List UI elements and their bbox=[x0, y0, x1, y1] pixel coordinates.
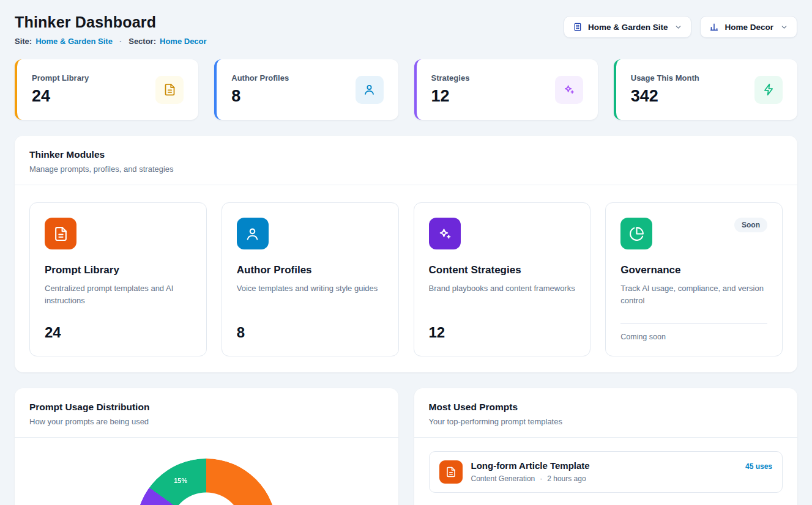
stat-text: Usage This Month 342 bbox=[631, 73, 699, 106]
prompt-meta: Content Generation · 2 hours ago bbox=[471, 474, 737, 483]
module-description: Centralized prompt templates and AI inst… bbox=[45, 282, 192, 307]
modules-section: Thinker Modules Manage prompts, profiles… bbox=[15, 136, 797, 372]
module-count: 8 bbox=[237, 314, 384, 341]
site-label: Site: bbox=[15, 37, 32, 46]
prompt-list: Long-form Article Template Content Gener… bbox=[414, 438, 798, 505]
prompt-category: Content Generation bbox=[471, 474, 535, 483]
stats-row: Prompt Library 24 Author Profiles 8 Stra… bbox=[15, 59, 797, 120]
modules-header: Thinker Modules Manage prompts, profiles… bbox=[15, 136, 797, 185]
breadcrumb-separator: · bbox=[119, 37, 122, 46]
stat-card-author-profiles: Author Profiles 8 bbox=[214, 59, 398, 120]
building-icon bbox=[573, 22, 583, 32]
donut-segment-label: 15% bbox=[174, 477, 187, 484]
prompt-info: Long-form Article Template Content Gener… bbox=[471, 460, 737, 483]
sector-link[interactable]: Home Decor bbox=[160, 37, 207, 46]
modules-grid: Prompt Library Centralized prompt templa… bbox=[15, 185, 797, 372]
breadcrumb: Site: Home & Garden Site · Sector: Home … bbox=[15, 37, 207, 46]
stat-value: 342 bbox=[631, 87, 699, 106]
most-used-header: Most Used Prompts Your top-performing pr… bbox=[414, 388, 798, 437]
most-used-subtitle: Your top-performing prompt templates bbox=[429, 417, 783, 426]
module-title: Content Strategies bbox=[429, 264, 576, 276]
stat-label: Strategies bbox=[431, 73, 470, 83]
module-top: Soon bbox=[620, 218, 767, 249]
pie-chart-icon bbox=[620, 218, 652, 249]
list-item-prompt[interactable]: Long-form Article Template Content Gener… bbox=[429, 451, 783, 493]
module-count: 24 bbox=[45, 314, 192, 341]
site-selector-dropdown[interactable]: Home & Garden Site bbox=[564, 16, 692, 38]
document-icon bbox=[45, 218, 76, 249]
stat-text: Strategies 12 bbox=[431, 73, 470, 106]
chart-area: 15% bbox=[15, 459, 398, 505]
header-selectors: Home & Garden Site Home Decor bbox=[564, 16, 797, 38]
bottom-row: Prompt Usage Distribution How your promp… bbox=[15, 388, 797, 505]
prompt-time: 2 hours ago bbox=[547, 474, 586, 483]
prompt-uses-badge: 45 uses bbox=[745, 462, 772, 471]
module-count: 12 bbox=[429, 314, 576, 341]
stat-label: Author Profiles bbox=[231, 73, 289, 83]
bar-chart-icon bbox=[709, 22, 719, 32]
chevron-down-icon bbox=[674, 23, 682, 31]
module-card-prompt-library[interactable]: Prompt Library Centralized prompt templa… bbox=[29, 202, 207, 356]
module-top bbox=[429, 218, 576, 249]
soon-badge: Soon bbox=[734, 218, 767, 232]
usage-title: Prompt Usage Distribution bbox=[29, 402, 384, 413]
user-icon bbox=[237, 218, 269, 249]
usage-subtitle: How your prompts are being used bbox=[29, 417, 384, 426]
meta-separator: · bbox=[540, 474, 542, 483]
stat-value: 24 bbox=[32, 87, 89, 106]
module-coming-soon: Coming soon bbox=[620, 323, 767, 341]
stat-card-prompt-library: Prompt Library 24 bbox=[15, 59, 198, 120]
stat-label: Prompt Library bbox=[32, 73, 89, 83]
sparkles-icon bbox=[555, 76, 583, 104]
stat-card-strategies: Strategies 12 bbox=[414, 59, 598, 120]
module-title: Prompt Library bbox=[45, 264, 192, 276]
dashboard-page: Thinker Dashboard Site: Home & Garden Si… bbox=[0, 0, 812, 505]
divider bbox=[15, 437, 398, 438]
modules-subtitle: Manage prompts, profiles, and strategies bbox=[29, 164, 783, 174]
chevron-down-icon bbox=[780, 23, 788, 31]
stat-text: Prompt Library 24 bbox=[32, 73, 89, 106]
header: Thinker Dashboard Site: Home & Garden Si… bbox=[15, 13, 797, 46]
modules-title: Thinker Modules bbox=[29, 149, 783, 160]
module-card-content-strategies[interactable]: Content Strategies Brand playbooks and c… bbox=[414, 202, 591, 356]
site-link[interactable]: Home & Garden Site bbox=[35, 37, 113, 46]
module-card-governance[interactable]: Soon Governance Track AI usage, complian… bbox=[605, 202, 783, 356]
stat-value: 8 bbox=[231, 87, 289, 106]
user-icon bbox=[356, 76, 384, 104]
header-left: Thinker Dashboard Site: Home & Garden Si… bbox=[15, 13, 207, 46]
site-selector-value: Home & Garden Site bbox=[588, 23, 668, 32]
module-top bbox=[45, 218, 192, 249]
module-description: Track AI usage, compliance, and version … bbox=[620, 282, 767, 307]
zap-icon bbox=[754, 76, 783, 104]
page-title: Thinker Dashboard bbox=[15, 13, 207, 31]
prompt-title: Long-form Article Template bbox=[471, 460, 737, 471]
module-description: Voice templates and writing style guides bbox=[237, 282, 384, 295]
most-used-title: Most Used Prompts bbox=[429, 402, 783, 413]
donut-chart: 15% bbox=[136, 459, 277, 505]
sparkles-icon bbox=[429, 218, 461, 249]
document-icon bbox=[439, 460, 463, 484]
stat-label: Usage This Month bbox=[631, 73, 699, 83]
sector-label: Sector: bbox=[129, 37, 156, 46]
sector-selector-dropdown[interactable]: Home Decor bbox=[700, 16, 797, 38]
module-title: Governance bbox=[620, 264, 767, 276]
usage-header: Prompt Usage Distribution How your promp… bbox=[15, 388, 398, 437]
module-top bbox=[237, 218, 384, 249]
stat-value: 12 bbox=[431, 87, 470, 106]
most-used-card: Most Used Prompts Your top-performing pr… bbox=[414, 388, 798, 505]
stat-text: Author Profiles 8 bbox=[231, 73, 289, 106]
module-title: Author Profiles bbox=[237, 264, 384, 276]
module-card-author-profiles[interactable]: Author Profiles Voice templates and writ… bbox=[222, 202, 399, 356]
module-description: Brand playbooks and content frameworks bbox=[429, 282, 576, 295]
usage-distribution-card: Prompt Usage Distribution How your promp… bbox=[15, 388, 398, 505]
sector-selector-value: Home Decor bbox=[724, 23, 773, 32]
stat-card-usage: Usage This Month 342 bbox=[614, 59, 797, 120]
document-icon bbox=[155, 76, 184, 104]
